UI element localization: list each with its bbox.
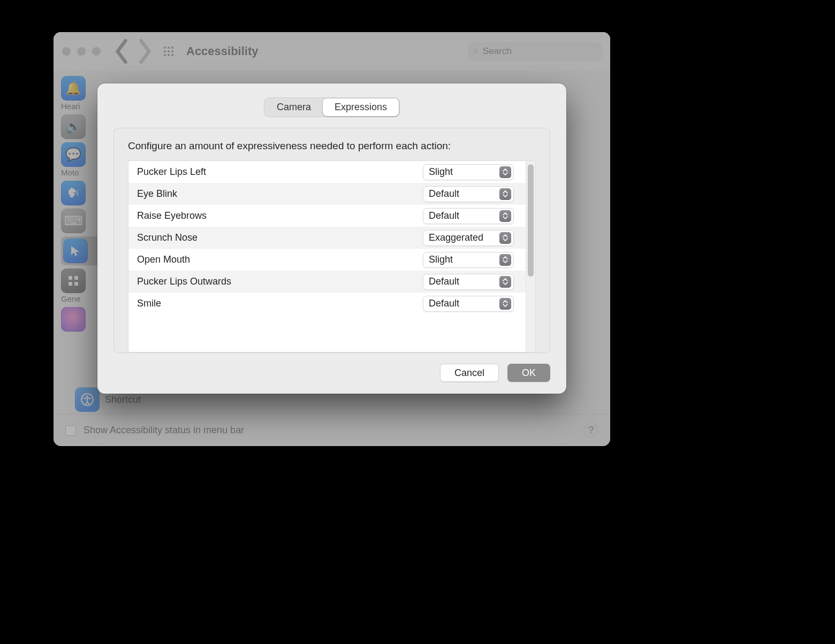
expression-name: Pucker Lips Outwards [128,276,423,287]
search-input[interactable] [483,46,596,57]
table-row: Scrunch NoseExaggerated [128,227,526,249]
search-field[interactable] [468,42,602,61]
tab-expressions[interactable]: Expressions [323,98,399,116]
tab-switcher: Camera Expressions [264,97,400,117]
expressiveness-select[interactable]: Slight [423,164,514,180]
expression-name: Open Mouth [128,254,423,265]
expression-name: Raise Eyebrows [128,210,423,221]
zoom-window-button[interactable] [92,47,101,56]
svg-point-1 [168,47,170,49]
sidebar-group-hearing: Heari [61,102,80,111]
chevron-updown-icon [499,232,511,244]
expression-name: Eye Blink [128,188,423,200]
svg-rect-12 [69,282,72,286]
table-row: Pucker Lips OutwardsDefault [128,271,526,293]
ok-button[interactable]: OK [507,364,550,382]
keyboard-icon[interactable]: ⌨︎ [61,209,86,233]
expressiveness-value: Default [429,276,459,287]
menubar-status-checkbox[interactable] [65,425,76,436]
pointer-control-icon[interactable] [63,239,88,263]
expression-name: Scrunch Nose [128,232,423,243]
sidebar-group-motor: Moto [61,168,79,178]
window-title: Accessibility [186,44,259,58]
switch-control-icon[interactable] [61,269,86,293]
chevron-updown-icon [499,188,511,200]
svg-point-5 [171,50,173,52]
svg-point-9 [474,49,477,52]
expressiveness-value: Slight [429,166,453,178]
minimize-window-button[interactable] [77,47,86,56]
chevron-updown-icon [499,166,511,178]
expressiveness-select[interactable]: Slight [423,252,514,268]
back-button[interactable] [113,43,130,59]
chevron-updown-icon [499,254,511,266]
footer: Show Accessibility status in menu bar ? [54,414,610,446]
chevron-updown-icon [499,298,511,310]
instruction-text: Configure an amount of expressiveness ne… [128,140,536,152]
accessibility-shortcut-icon [75,387,100,412]
table-row: SmileDefault [128,293,526,315]
svg-rect-13 [74,282,78,286]
sidebar-group-general: Gene [61,294,81,304]
expressiveness-select[interactable]: Default [423,186,514,202]
svg-point-3 [164,50,166,52]
expressiveness-select[interactable]: Exaggerated [423,230,514,246]
expressiveness-select[interactable]: Default [423,296,514,312]
toolbar: Accessibility [54,32,610,71]
audio-icon[interactable]: 🔊 [61,114,86,139]
expression-name: Smile [128,298,423,309]
svg-point-4 [168,50,170,52]
expressiveness-value: Slight [429,254,453,265]
menubar-status-label: Show Accessibility status in menu bar [84,425,244,436]
table-scrollbar[interactable] [526,161,535,352]
svg-point-7 [168,54,170,56]
expressions-table: Pucker Lips LeftSlightEye BlinkDefaultRa… [128,160,536,352]
cancel-button[interactable]: Cancel [440,364,499,382]
svg-rect-10 [69,276,72,280]
hearing-icon[interactable]: 🔔 [61,76,86,101]
svg-point-0 [164,47,166,49]
sidebar-item-label: Shortcut [105,394,141,405]
svg-point-6 [164,54,166,56]
show-all-icon[interactable] [161,43,177,59]
tab-camera[interactable]: Camera [265,98,323,116]
expressiveness-select[interactable]: Default [423,208,514,224]
help-button[interactable]: ? [583,423,598,438]
expressiveness-value: Default [429,188,459,200]
svg-point-8 [171,54,173,56]
expressiveness-value: Exaggerated [429,232,483,243]
expressions-sheet: Camera Expressions Configure an amount o… [97,83,566,394]
expression-name: Pucker Lips Left [128,166,423,178]
voice-control-icon[interactable]: 🗣 [61,181,86,205]
expressiveness-value: Default [429,298,459,309]
svg-point-2 [171,47,173,49]
expressiveness-select[interactable]: Default [423,274,514,290]
svg-rect-11 [74,276,78,280]
close-window-button[interactable] [62,47,71,56]
window-controls [62,47,101,56]
forward-button[interactable] [137,43,153,59]
captions-icon[interactable]: 💬 [61,142,86,167]
table-row: Open MouthSlight [128,249,526,271]
expressions-panel: Configure an amount of expressiveness ne… [113,128,550,353]
table-row: Eye BlinkDefault [128,183,526,205]
search-icon [473,47,479,56]
chevron-updown-icon [499,276,511,288]
chevron-updown-icon [499,210,511,222]
expressiveness-value: Default [429,210,459,221]
scrollbar-thumb[interactable] [528,164,534,277]
table-row: Raise EyebrowsDefault [128,205,526,227]
siri-icon[interactable] [61,307,86,332]
table-row: Pucker Lips LeftSlight [128,161,526,183]
svg-point-15 [86,395,88,397]
